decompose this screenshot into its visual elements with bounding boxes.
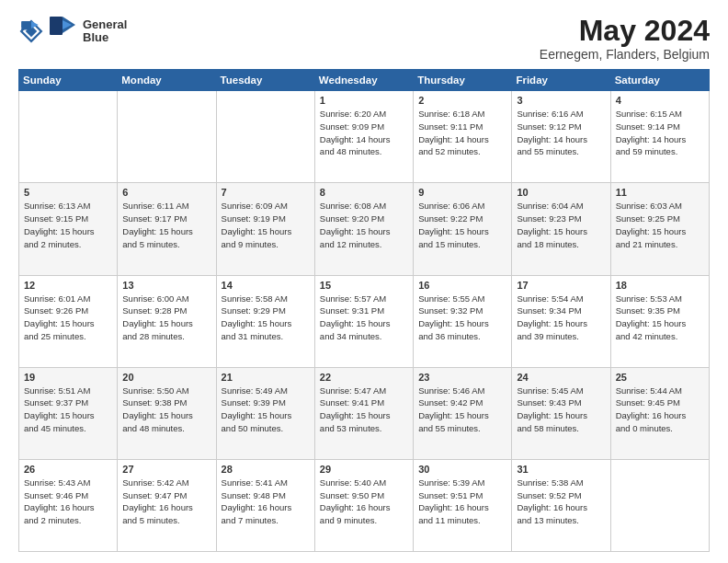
- day-cell: 23Sunrise: 5:46 AM Sunset: 9:42 PM Dayli…: [414, 367, 512, 459]
- day-info: Sunrise: 6:08 AM Sunset: 9:20 PM Dayligh…: [320, 200, 408, 250]
- day-cell: 21Sunrise: 5:49 AM Sunset: 9:39 PM Dayli…: [216, 367, 314, 459]
- header-cell-monday: Monday: [118, 70, 216, 91]
- page: General Blue May 2024 Eernegem, Flanders…: [0, 0, 728, 563]
- day-cell: 22Sunrise: 5:47 AM Sunset: 9:41 PM Dayli…: [314, 367, 413, 459]
- day-number: 1: [320, 95, 408, 106]
- day-info: Sunrise: 5:46 AM Sunset: 9:42 PM Dayligh…: [418, 385, 506, 435]
- day-cell: 8Sunrise: 6:08 AM Sunset: 9:20 PM Daylig…: [314, 183, 413, 275]
- main-title: May 2024: [540, 15, 710, 47]
- day-number: 24: [517, 372, 605, 383]
- day-info: Sunrise: 5:53 AM Sunset: 9:35 PM Dayligh…: [616, 293, 704, 343]
- header-cell-saturday: Saturday: [610, 70, 709, 91]
- header: General Blue May 2024 Eernegem, Flanders…: [18, 15, 710, 62]
- week-row-3: 12Sunrise: 6:01 AM Sunset: 9:26 PM Dayli…: [19, 275, 710, 367]
- day-info: Sunrise: 5:41 AM Sunset: 9:48 PM Dayligh…: [222, 477, 310, 527]
- day-number: 27: [122, 464, 210, 475]
- day-number: 30: [418, 464, 506, 475]
- day-cell: 31Sunrise: 5:38 AM Sunset: 9:52 PM Dayli…: [512, 459, 610, 551]
- day-info: Sunrise: 5:54 AM Sunset: 9:34 PM Dayligh…: [517, 293, 605, 343]
- day-cell: 29Sunrise: 5:40 AM Sunset: 9:50 PM Dayli…: [314, 459, 413, 551]
- day-cell: [610, 459, 709, 551]
- day-info: Sunrise: 5:44 AM Sunset: 9:45 PM Dayligh…: [616, 385, 704, 435]
- calendar-header: SundayMondayTuesdayWednesdayThursdayFrid…: [19, 70, 710, 91]
- day-info: Sunrise: 6:03 AM Sunset: 9:25 PM Dayligh…: [616, 200, 704, 250]
- day-number: 2: [418, 95, 506, 106]
- day-info: Sunrise: 5:40 AM Sunset: 9:50 PM Dayligh…: [320, 477, 408, 527]
- day-number: 3: [517, 95, 605, 106]
- day-cell: 5Sunrise: 6:13 AM Sunset: 9:15 PM Daylig…: [19, 183, 118, 275]
- header-cell-tuesday: Tuesday: [216, 70, 314, 91]
- day-info: Sunrise: 5:50 AM Sunset: 9:38 PM Dayligh…: [122, 385, 210, 435]
- day-cell: [19, 91, 118, 183]
- header-cell-friday: Friday: [512, 70, 610, 91]
- header-row: SundayMondayTuesdayWednesdayThursdayFrid…: [19, 70, 710, 91]
- day-cell: 10Sunrise: 6:04 AM Sunset: 9:23 PM Dayli…: [512, 183, 610, 275]
- day-number: 9: [418, 187, 506, 198]
- day-cell: 9Sunrise: 6:06 AM Sunset: 9:22 PM Daylig…: [414, 183, 512, 275]
- day-number: 18: [616, 280, 704, 291]
- day-cell: 26Sunrise: 5:43 AM Sunset: 9:46 PM Dayli…: [19, 459, 118, 551]
- day-info: Sunrise: 6:04 AM Sunset: 9:23 PM Dayligh…: [517, 200, 605, 250]
- day-number: 26: [24, 464, 112, 475]
- day-number: 7: [222, 187, 310, 198]
- day-info: Sunrise: 6:00 AM Sunset: 9:28 PM Dayligh…: [122, 293, 210, 343]
- day-number: 28: [222, 464, 310, 475]
- day-number: 19: [24, 372, 112, 383]
- day-info: Sunrise: 6:20 AM Sunset: 9:09 PM Dayligh…: [320, 108, 408, 158]
- day-number: 17: [517, 280, 605, 291]
- day-number: 6: [122, 187, 210, 198]
- week-row-4: 19Sunrise: 5:51 AM Sunset: 9:37 PM Dayli…: [19, 367, 710, 459]
- day-cell: 27Sunrise: 5:42 AM Sunset: 9:47 PM Dayli…: [118, 459, 216, 551]
- day-cell: 12Sunrise: 6:01 AM Sunset: 9:26 PM Dayli…: [19, 275, 118, 367]
- day-info: Sunrise: 6:06 AM Sunset: 9:22 PM Dayligh…: [418, 200, 506, 250]
- day-info: Sunrise: 5:58 AM Sunset: 9:29 PM Dayligh…: [222, 293, 310, 343]
- logo-line1: General: [83, 18, 127, 31]
- day-cell: 25Sunrise: 5:44 AM Sunset: 9:45 PM Dayli…: [610, 367, 709, 459]
- day-number: 15: [320, 280, 408, 291]
- day-number: 23: [418, 372, 506, 383]
- day-cell: 6Sunrise: 6:11 AM Sunset: 9:17 PM Daylig…: [118, 183, 216, 275]
- day-cell: 4Sunrise: 6:15 AM Sunset: 9:14 PM Daylig…: [610, 91, 709, 183]
- day-cell: 17Sunrise: 5:54 AM Sunset: 9:34 PM Dayli…: [512, 275, 610, 367]
- day-number: 4: [616, 95, 704, 106]
- svg-rect-6: [50, 17, 63, 35]
- logo: General Blue: [18, 15, 127, 48]
- day-info: Sunrise: 6:13 AM Sunset: 9:15 PM Dayligh…: [24, 200, 112, 250]
- svg-rect-5: [21, 29, 31, 30]
- day-cell: 28Sunrise: 5:41 AM Sunset: 9:48 PM Dayli…: [216, 459, 314, 551]
- day-info: Sunrise: 6:16 AM Sunset: 9:12 PM Dayligh…: [517, 108, 605, 158]
- logo-graphic: [48, 15, 81, 48]
- day-number: 25: [616, 372, 704, 383]
- day-cell: 2Sunrise: 6:18 AM Sunset: 9:11 PM Daylig…: [414, 91, 512, 183]
- subtitle: Eernegem, Flanders, Belgium: [540, 47, 710, 62]
- day-info: Sunrise: 5:42 AM Sunset: 9:47 PM Dayligh…: [122, 477, 210, 527]
- day-info: Sunrise: 6:01 AM Sunset: 9:26 PM Dayligh…: [24, 293, 112, 343]
- title-block: May 2024 Eernegem, Flanders, Belgium: [540, 15, 710, 62]
- day-number: 31: [517, 464, 605, 475]
- day-info: Sunrise: 5:47 AM Sunset: 9:41 PM Dayligh…: [320, 385, 408, 435]
- header-cell-thursday: Thursday: [414, 70, 512, 91]
- day-number: 22: [320, 372, 408, 383]
- day-cell: 18Sunrise: 5:53 AM Sunset: 9:35 PM Dayli…: [610, 275, 709, 367]
- day-info: Sunrise: 5:38 AM Sunset: 9:52 PM Dayligh…: [517, 477, 605, 527]
- day-info: Sunrise: 6:11 AM Sunset: 9:17 PM Dayligh…: [122, 200, 210, 250]
- header-cell-sunday: Sunday: [19, 70, 118, 91]
- calendar-body: 1Sunrise: 6:20 AM Sunset: 9:09 PM Daylig…: [19, 91, 710, 552]
- day-info: Sunrise: 5:39 AM Sunset: 9:51 PM Dayligh…: [418, 477, 506, 527]
- logo-icon: [18, 18, 44, 44]
- day-cell: 15Sunrise: 5:57 AM Sunset: 9:31 PM Dayli…: [314, 275, 413, 367]
- day-cell: [216, 91, 314, 183]
- calendar-table: SundayMondayTuesdayWednesdayThursdayFrid…: [18, 69, 710, 552]
- day-cell: 7Sunrise: 6:09 AM Sunset: 9:19 PM Daylig…: [216, 183, 314, 275]
- day-cell: 20Sunrise: 5:50 AM Sunset: 9:38 PM Dayli…: [118, 367, 216, 459]
- day-info: Sunrise: 5:57 AM Sunset: 9:31 PM Dayligh…: [320, 293, 408, 343]
- week-row-1: 1Sunrise: 6:20 AM Sunset: 9:09 PM Daylig…: [19, 91, 710, 183]
- day-number: 14: [222, 280, 310, 291]
- day-info: Sunrise: 5:43 AM Sunset: 9:46 PM Dayligh…: [24, 477, 112, 527]
- day-info: Sunrise: 6:18 AM Sunset: 9:11 PM Dayligh…: [418, 108, 506, 158]
- svg-rect-3: [21, 21, 31, 29]
- day-info: Sunrise: 5:49 AM Sunset: 9:39 PM Dayligh…: [222, 385, 310, 435]
- day-cell: 11Sunrise: 6:03 AM Sunset: 9:25 PM Dayli…: [610, 183, 709, 275]
- day-number: 20: [122, 372, 210, 383]
- day-cell: 16Sunrise: 5:55 AM Sunset: 9:32 PM Dayli…: [414, 275, 512, 367]
